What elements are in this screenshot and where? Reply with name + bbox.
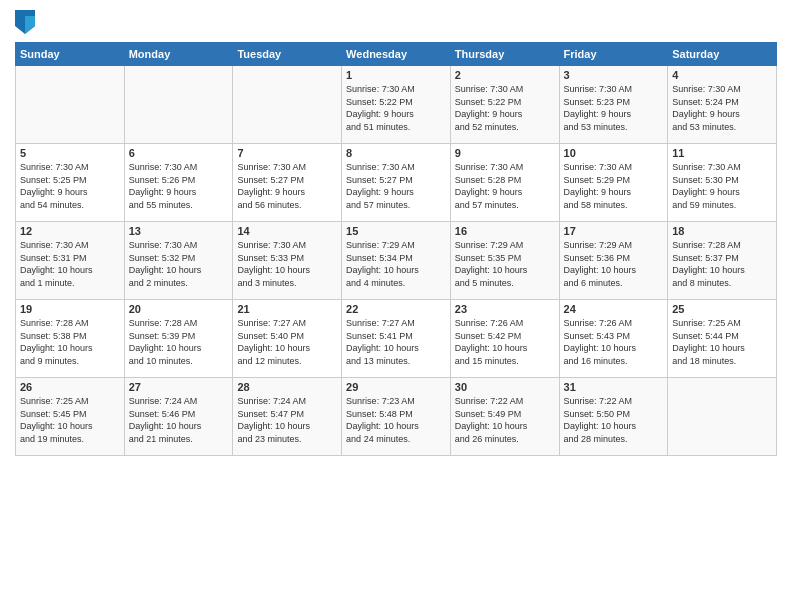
- day-info: Sunrise: 7:29 AM Sunset: 5:34 PM Dayligh…: [346, 239, 446, 289]
- weekday-header-tuesday: Tuesday: [233, 43, 342, 66]
- calendar-cell: 23Sunrise: 7:26 AM Sunset: 5:42 PM Dayli…: [450, 300, 559, 378]
- week-row-1: 1Sunrise: 7:30 AM Sunset: 5:22 PM Daylig…: [16, 66, 777, 144]
- day-info: Sunrise: 7:30 AM Sunset: 5:32 PM Dayligh…: [129, 239, 229, 289]
- day-info: Sunrise: 7:30 AM Sunset: 5:29 PM Dayligh…: [564, 161, 664, 211]
- calendar-cell: 25Sunrise: 7:25 AM Sunset: 5:44 PM Dayli…: [668, 300, 777, 378]
- day-number: 12: [20, 225, 120, 237]
- day-info: Sunrise: 7:29 AM Sunset: 5:35 PM Dayligh…: [455, 239, 555, 289]
- day-info: Sunrise: 7:30 AM Sunset: 5:22 PM Dayligh…: [455, 83, 555, 133]
- day-number: 26: [20, 381, 120, 393]
- day-info: Sunrise: 7:23 AM Sunset: 5:48 PM Dayligh…: [346, 395, 446, 445]
- day-info: Sunrise: 7:28 AM Sunset: 5:38 PM Dayligh…: [20, 317, 120, 367]
- day-info: Sunrise: 7:30 AM Sunset: 5:31 PM Dayligh…: [20, 239, 120, 289]
- calendar-table: SundayMondayTuesdayWednesdayThursdayFrid…: [15, 42, 777, 456]
- day-info: Sunrise: 7:27 AM Sunset: 5:40 PM Dayligh…: [237, 317, 337, 367]
- day-info: Sunrise: 7:28 AM Sunset: 5:37 PM Dayligh…: [672, 239, 772, 289]
- week-row-3: 12Sunrise: 7:30 AM Sunset: 5:31 PM Dayli…: [16, 222, 777, 300]
- day-number: 8: [346, 147, 446, 159]
- weekday-header-thursday: Thursday: [450, 43, 559, 66]
- weekday-header-saturday: Saturday: [668, 43, 777, 66]
- day-number: 1: [346, 69, 446, 81]
- day-number: 17: [564, 225, 664, 237]
- day-number: 9: [455, 147, 555, 159]
- day-info: Sunrise: 7:22 AM Sunset: 5:49 PM Dayligh…: [455, 395, 555, 445]
- day-info: Sunrise: 7:26 AM Sunset: 5:42 PM Dayligh…: [455, 317, 555, 367]
- day-number: 10: [564, 147, 664, 159]
- calendar-cell: 13Sunrise: 7:30 AM Sunset: 5:32 PM Dayli…: [124, 222, 233, 300]
- day-info: Sunrise: 7:27 AM Sunset: 5:41 PM Dayligh…: [346, 317, 446, 367]
- day-info: Sunrise: 7:30 AM Sunset: 5:27 PM Dayligh…: [237, 161, 337, 211]
- weekday-header-wednesday: Wednesday: [342, 43, 451, 66]
- day-info: Sunrise: 7:30 AM Sunset: 5:30 PM Dayligh…: [672, 161, 772, 211]
- header-row: SundayMondayTuesdayWednesdayThursdayFrid…: [16, 43, 777, 66]
- calendar-cell: 2Sunrise: 7:30 AM Sunset: 5:22 PM Daylig…: [450, 66, 559, 144]
- calendar-cell: 29Sunrise: 7:23 AM Sunset: 5:48 PM Dayli…: [342, 378, 451, 456]
- logo-icon: [15, 10, 35, 34]
- calendar-cell: 31Sunrise: 7:22 AM Sunset: 5:50 PM Dayli…: [559, 378, 668, 456]
- day-info: Sunrise: 7:25 AM Sunset: 5:45 PM Dayligh…: [20, 395, 120, 445]
- day-number: 20: [129, 303, 229, 315]
- calendar-cell: 17Sunrise: 7:29 AM Sunset: 5:36 PM Dayli…: [559, 222, 668, 300]
- calendar-cell: 24Sunrise: 7:26 AM Sunset: 5:43 PM Dayli…: [559, 300, 668, 378]
- calendar-cell: 10Sunrise: 7:30 AM Sunset: 5:29 PM Dayli…: [559, 144, 668, 222]
- day-number: 4: [672, 69, 772, 81]
- weekday-header-monday: Monday: [124, 43, 233, 66]
- calendar-cell: [668, 378, 777, 456]
- calendar-cell: 6Sunrise: 7:30 AM Sunset: 5:26 PM Daylig…: [124, 144, 233, 222]
- calendar-cell: 11Sunrise: 7:30 AM Sunset: 5:30 PM Dayli…: [668, 144, 777, 222]
- logo: [15, 10, 39, 34]
- day-info: Sunrise: 7:28 AM Sunset: 5:39 PM Dayligh…: [129, 317, 229, 367]
- day-number: 24: [564, 303, 664, 315]
- calendar-cell: [16, 66, 125, 144]
- day-number: 16: [455, 225, 555, 237]
- calendar-cell: 19Sunrise: 7:28 AM Sunset: 5:38 PM Dayli…: [16, 300, 125, 378]
- calendar-cell: 21Sunrise: 7:27 AM Sunset: 5:40 PM Dayli…: [233, 300, 342, 378]
- calendar-cell: 18Sunrise: 7:28 AM Sunset: 5:37 PM Dayli…: [668, 222, 777, 300]
- day-number: 15: [346, 225, 446, 237]
- day-number: 31: [564, 381, 664, 393]
- day-info: Sunrise: 7:30 AM Sunset: 5:33 PM Dayligh…: [237, 239, 337, 289]
- calendar-cell: 30Sunrise: 7:22 AM Sunset: 5:49 PM Dayli…: [450, 378, 559, 456]
- page: SundayMondayTuesdayWednesdayThursdayFrid…: [0, 0, 792, 612]
- calendar-cell: 22Sunrise: 7:27 AM Sunset: 5:41 PM Dayli…: [342, 300, 451, 378]
- day-info: Sunrise: 7:26 AM Sunset: 5:43 PM Dayligh…: [564, 317, 664, 367]
- day-info: Sunrise: 7:30 AM Sunset: 5:24 PM Dayligh…: [672, 83, 772, 133]
- svg-marker-1: [25, 16, 35, 34]
- day-info: Sunrise: 7:24 AM Sunset: 5:47 PM Dayligh…: [237, 395, 337, 445]
- day-info: Sunrise: 7:25 AM Sunset: 5:44 PM Dayligh…: [672, 317, 772, 367]
- calendar-cell: 20Sunrise: 7:28 AM Sunset: 5:39 PM Dayli…: [124, 300, 233, 378]
- calendar-cell: 8Sunrise: 7:30 AM Sunset: 5:27 PM Daylig…: [342, 144, 451, 222]
- calendar-cell: [233, 66, 342, 144]
- day-number: 19: [20, 303, 120, 315]
- day-number: 14: [237, 225, 337, 237]
- calendar-cell: 4Sunrise: 7:30 AM Sunset: 5:24 PM Daylig…: [668, 66, 777, 144]
- day-number: 25: [672, 303, 772, 315]
- calendar-cell: 28Sunrise: 7:24 AM Sunset: 5:47 PM Dayli…: [233, 378, 342, 456]
- week-row-4: 19Sunrise: 7:28 AM Sunset: 5:38 PM Dayli…: [16, 300, 777, 378]
- day-number: 7: [237, 147, 337, 159]
- day-number: 28: [237, 381, 337, 393]
- day-number: 23: [455, 303, 555, 315]
- calendar-cell: 12Sunrise: 7:30 AM Sunset: 5:31 PM Dayli…: [16, 222, 125, 300]
- day-number: 18: [672, 225, 772, 237]
- day-number: 5: [20, 147, 120, 159]
- calendar-cell: 26Sunrise: 7:25 AM Sunset: 5:45 PM Dayli…: [16, 378, 125, 456]
- calendar-cell: [124, 66, 233, 144]
- day-number: 30: [455, 381, 555, 393]
- calendar-cell: 15Sunrise: 7:29 AM Sunset: 5:34 PM Dayli…: [342, 222, 451, 300]
- calendar-cell: 7Sunrise: 7:30 AM Sunset: 5:27 PM Daylig…: [233, 144, 342, 222]
- calendar-cell: 3Sunrise: 7:30 AM Sunset: 5:23 PM Daylig…: [559, 66, 668, 144]
- day-info: Sunrise: 7:30 AM Sunset: 5:27 PM Dayligh…: [346, 161, 446, 211]
- calendar-cell: 14Sunrise: 7:30 AM Sunset: 5:33 PM Dayli…: [233, 222, 342, 300]
- day-info: Sunrise: 7:30 AM Sunset: 5:22 PM Dayligh…: [346, 83, 446, 133]
- header: [15, 10, 777, 34]
- day-info: Sunrise: 7:22 AM Sunset: 5:50 PM Dayligh…: [564, 395, 664, 445]
- day-number: 13: [129, 225, 229, 237]
- week-row-2: 5Sunrise: 7:30 AM Sunset: 5:25 PM Daylig…: [16, 144, 777, 222]
- day-number: 6: [129, 147, 229, 159]
- calendar-cell: 27Sunrise: 7:24 AM Sunset: 5:46 PM Dayli…: [124, 378, 233, 456]
- day-info: Sunrise: 7:30 AM Sunset: 5:25 PM Dayligh…: [20, 161, 120, 211]
- calendar-cell: 1Sunrise: 7:30 AM Sunset: 5:22 PM Daylig…: [342, 66, 451, 144]
- day-number: 22: [346, 303, 446, 315]
- day-info: Sunrise: 7:24 AM Sunset: 5:46 PM Dayligh…: [129, 395, 229, 445]
